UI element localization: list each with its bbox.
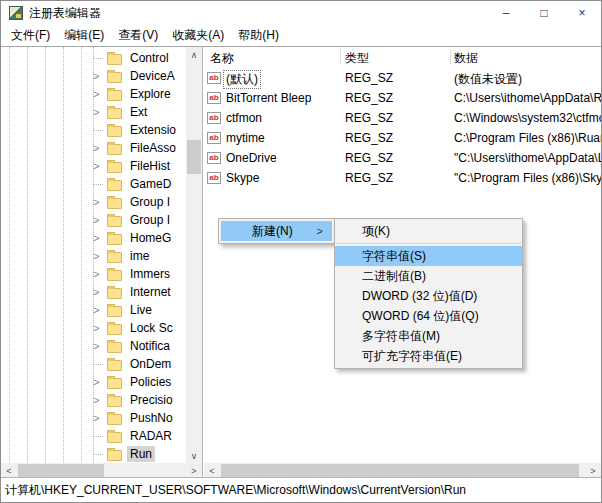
folder-icon xyxy=(107,252,122,263)
menu-h[interactable]: 帮助(H) xyxy=(231,25,286,46)
expand-chevron-icon[interactable]: > xyxy=(93,413,107,423)
scrollbar-thumb[interactable] xyxy=(187,140,201,174)
column-header-data[interactable]: 数据 xyxy=(454,50,478,67)
scroll-down-icon[interactable]: ∨ xyxy=(186,448,202,463)
tree-item-label: HomeG xyxy=(127,230,174,246)
submenu-item-qword-64-q[interactable]: QWORD (64 位)值(Q) xyxy=(335,306,522,326)
expand-chevron-icon[interactable]: > xyxy=(93,395,107,405)
expand-chevron-icon[interactable]: > xyxy=(93,71,107,81)
tree-item-label: GameD xyxy=(127,176,174,192)
tree-connector xyxy=(93,130,103,131)
scroll-left-icon[interactable]: < xyxy=(1,463,17,478)
expand-chevron-icon[interactable]: > xyxy=(93,89,107,99)
tree-item-notifica[interactable]: >Notifica xyxy=(1,337,185,355)
expand-chevron-icon[interactable]: > xyxy=(93,341,107,351)
column-separator[interactable] xyxy=(340,49,341,65)
folder-icon xyxy=(107,72,122,83)
string-value-icon: ab xyxy=(207,112,221,124)
tree-item-pushno[interactable]: >PushNo xyxy=(1,409,185,427)
tree-vertical-scrollbar[interactable]: ∧ ∨ xyxy=(186,47,202,463)
minimize-button[interactable]: – xyxy=(487,1,525,25)
menu-a[interactable]: 收藏夹(A) xyxy=(165,25,231,46)
expand-chevron-icon[interactable]: > xyxy=(93,377,107,387)
tree-item-ondem[interactable]: OnDem xyxy=(1,355,185,373)
value-name: Skype xyxy=(224,171,261,185)
tree-connector xyxy=(93,184,103,185)
maximize-button[interactable]: □ xyxy=(525,1,563,25)
folder-icon xyxy=(107,162,122,173)
tree-item-radar[interactable]: RADAR xyxy=(1,427,185,445)
tree-item-ime[interactable]: >ime xyxy=(1,247,185,265)
tree-item-homeg[interactable]: >HomeG xyxy=(1,229,185,247)
tree-item-run[interactable]: Run xyxy=(1,445,185,463)
scroll-right-icon[interactable]: > xyxy=(186,463,202,478)
expand-chevron-icon[interactable]: > xyxy=(93,161,107,171)
tree-item-filehist[interactable]: >FileHist xyxy=(1,157,185,175)
tree-item-ext[interactable]: >Ext xyxy=(1,103,185,121)
value-row-item[interactable]: ab(默认)REG_SZ(数值未设置) xyxy=(204,69,601,89)
value-name: BitTorrent Bleep xyxy=(224,91,313,105)
window-controls: – □ × xyxy=(487,1,601,25)
maximize-icon: □ xyxy=(540,6,547,20)
context-menu: 新建(N) > xyxy=(218,218,335,244)
submenu-item-dword-32-d[interactable]: DWORD (32 位)值(D) xyxy=(335,286,522,306)
tree-item-policies[interactable]: >Policies xyxy=(1,373,185,391)
expand-chevron-icon[interactable]: > xyxy=(93,215,107,225)
tree-item-explore[interactable]: >Explore xyxy=(1,85,185,103)
expand-chevron-icon[interactable]: > xyxy=(93,143,107,153)
expand-chevron-icon[interactable]: > xyxy=(93,323,107,333)
tree-item-live[interactable]: >Live xyxy=(1,301,185,319)
scroll-right-icon[interactable]: > xyxy=(585,463,601,478)
value-name: ctfmon xyxy=(224,111,264,125)
tree-item-extensio[interactable]: Extensio xyxy=(1,121,185,139)
column-header-type[interactable]: 类型 xyxy=(345,50,369,67)
expand-chevron-icon[interactable]: > xyxy=(93,107,107,117)
value-row-onedrive[interactable]: abOneDriveREG_SZ"C:\Users\ithome\AppData… xyxy=(204,149,601,169)
folder-icon xyxy=(107,90,122,101)
expand-chevron-icon[interactable]: > xyxy=(93,233,107,243)
scroll-left-icon[interactable]: < xyxy=(204,463,220,478)
column-separator[interactable] xyxy=(450,49,451,65)
folder-icon xyxy=(107,54,122,65)
tree-item-devicea[interactable]: >DeviceA xyxy=(1,67,185,85)
tree-item-precisio[interactable]: >Precisio xyxy=(1,391,185,409)
close-button[interactable]: × xyxy=(563,1,601,25)
tree-item-label: Ext xyxy=(127,104,150,120)
context-menu-item-new[interactable]: 新建(N) > xyxy=(221,221,332,241)
value-row-bittorrent-bleep[interactable]: abBitTorrent BleepREG_SZC:\Users\ithome\… xyxy=(204,89,601,109)
tree-item-group-i[interactable]: >Group I xyxy=(1,193,185,211)
tree-item-immers[interactable]: >Immers xyxy=(1,265,185,283)
value-name: (默认) xyxy=(224,71,260,88)
tree-item-lock-sc[interactable]: >Lock Sc xyxy=(1,319,185,337)
tree-item-internet[interactable]: >Internet xyxy=(1,283,185,301)
submenu-item-s[interactable]: 字符串值(S) xyxy=(335,246,522,266)
tree-item-gamed[interactable]: GameD xyxy=(1,175,185,193)
expand-chevron-icon[interactable]: > xyxy=(93,197,107,207)
value-row-skype[interactable]: abSkypeREG_SZ"C:\Program Files (x86)\Sky… xyxy=(204,169,601,189)
tree-item-label: ime xyxy=(127,248,152,264)
folder-icon xyxy=(107,306,122,317)
tree-item-label: Immers xyxy=(127,266,173,282)
menu-f[interactable]: 文件(F) xyxy=(4,25,57,46)
menu-v[interactable]: 查看(V) xyxy=(111,25,165,46)
tree-connector xyxy=(93,436,103,437)
tree-item-control[interactable]: Control xyxy=(1,49,185,67)
tree-item-fileasso[interactable]: >FileAsso xyxy=(1,139,185,157)
submenu-item-b[interactable]: 二进制值(B) xyxy=(335,266,522,286)
submenu-item-e[interactable]: 可扩充字符串值(E) xyxy=(335,346,522,366)
tree-item-label: FileAsso xyxy=(127,140,179,156)
expand-chevron-icon[interactable]: > xyxy=(93,269,107,279)
menu-e[interactable]: 编辑(E) xyxy=(57,25,111,46)
expand-chevron-icon[interactable]: > xyxy=(93,251,107,261)
folder-icon xyxy=(107,108,122,119)
folder-icon xyxy=(107,234,122,245)
submenu-item-m[interactable]: 多字符串值(M) xyxy=(335,326,522,346)
value-row-ctfmon[interactable]: abctfmonREG_SZC:\Windows\system32\ctfmo xyxy=(204,109,601,129)
tree-item-group-i[interactable]: >Group I xyxy=(1,211,185,229)
value-row-mytime[interactable]: abmytimeREG_SZC:\Program Files (x86)\Rua… xyxy=(204,129,601,149)
expand-chevron-icon[interactable]: > xyxy=(93,305,107,315)
submenu-item-k[interactable]: 项(K) xyxy=(335,221,522,241)
column-header-name[interactable]: 名称 xyxy=(210,50,234,67)
expand-chevron-icon[interactable]: > xyxy=(93,287,107,297)
scroll-up-icon[interactable]: ∧ xyxy=(186,47,202,62)
